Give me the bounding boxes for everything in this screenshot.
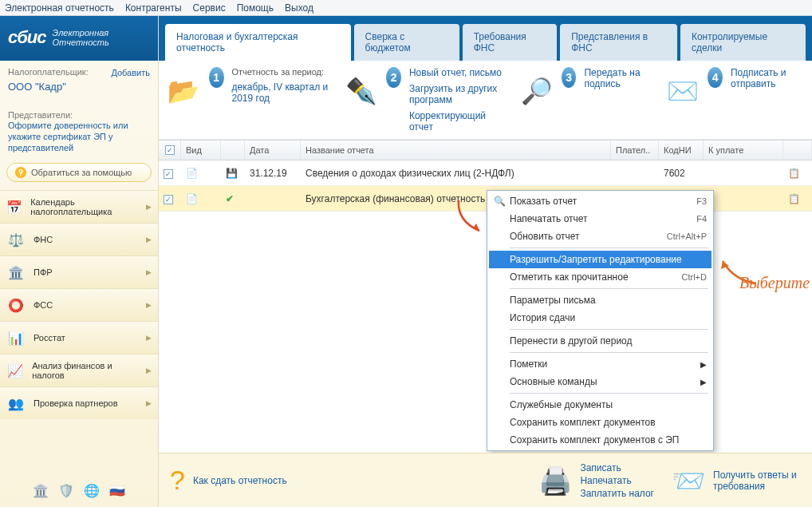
ctx-separator — [510, 329, 708, 330]
callout-arrow-icon — [718, 256, 758, 288]
col-name[interactable]: Название отчета — [301, 141, 611, 160]
bottom-save[interactable]: Записать — [580, 462, 654, 473]
taxpayer-section: Налогоплательщик: Добавить ООО "Кадр" — [0, 61, 158, 99]
sidebar-item-label: Проверка партнеров — [34, 398, 118, 408]
ctx-item-1[interactable]: Напечатать отчетF4 — [489, 210, 711, 228]
ctx-label: Напечатать отчет — [510, 213, 588, 224]
header-checkbox[interactable]: ✓ — [165, 145, 175, 155]
status-check-icon: ✔ — [221, 193, 245, 204]
col-type[interactable]: Вид — [181, 141, 221, 160]
nav-icon: ⭕ — [6, 295, 26, 315]
col-ni[interactable]: КодНИ — [659, 141, 704, 160]
bottom-paytax[interactable]: Заплатить налог — [580, 488, 654, 499]
status-disk-icon: 💾 — [221, 168, 245, 179]
sidebar-item-2[interactable]: 🏛️ПФР▶ — [0, 255, 158, 288]
ctx-item-16[interactable]: Сохранить комплект документов — [489, 414, 711, 431]
sidebar-item-3[interactable]: ⭕ФСС▶ — [0, 288, 158, 321]
col-date[interactable]: Дата — [245, 141, 301, 160]
row-checkbox[interactable]: ✓ — [164, 195, 173, 204]
ctx-icon: 🔍 — [494, 196, 505, 207]
content-area: Налоговая и бухгалтерская отчетность Све… — [159, 16, 812, 507]
menu-help[interactable]: Помощь — [237, 2, 274, 14]
step1-icon: 📂 — [167, 67, 201, 115]
ctx-item-8[interactable]: История сдачи — [489, 309, 711, 327]
tab-fns-submissions[interactable]: Представления в ФНС — [560, 24, 677, 61]
tab-controlled-deals[interactable]: Контролируемые сделки — [680, 24, 806, 61]
row-action-icon[interactable]: 📋 — [783, 193, 812, 204]
envelope-icon: 📨 — [672, 465, 705, 497]
ctx-shortcut: Ctrl+Alt+P — [667, 232, 707, 241]
bottom-print[interactable]: Напечатать — [580, 475, 654, 486]
question-icon: ? — [170, 465, 185, 496]
menu-counterparties[interactable]: Контрагенты — [125, 2, 182, 14]
add-taxpayer-link[interactable]: Добавить — [111, 67, 150, 78]
sidebar-item-label: Анализ финансов и налогов — [32, 361, 138, 380]
sidebar-item-label: ФСС — [34, 300, 53, 310]
ctx-label: Пометки — [510, 358, 547, 370]
howto-label: Как сдать отчетность — [193, 475, 287, 486]
step3-to-sign[interactable]: Передать на подпись — [584, 67, 651, 89]
col-pay[interactable]: К уплате — [704, 141, 783, 160]
step4-sign-send[interactable]: Подписать и отправить — [731, 67, 804, 89]
ctx-separator — [510, 352, 708, 353]
help-button[interactable]: ? Обратиться за помощью — [6, 163, 152, 182]
step2-new-report[interactable]: Новый отчет, письмо — [409, 67, 505, 78]
footer-icon-1: 🏛️ — [32, 481, 49, 499]
ctx-item-12[interactable]: Пометки▶ — [489, 355, 711, 373]
ctx-label: Служебные документы — [510, 399, 613, 410]
sidebar-item-1[interactable]: ⚖️ФНС▶ — [0, 223, 158, 255]
ctx-item-5[interactable]: Отметить как прочитанноеCtrl+D — [489, 268, 711, 286]
printer-icon: 🖨️ — [538, 465, 572, 497]
howto-link[interactable]: ? Как сдать отчетность — [170, 465, 287, 496]
context-menu: 🔍Показать отчетF3Напечатать отчетF4Обнов… — [487, 190, 714, 451]
step2-correct[interactable]: Корректирующий отчет — [409, 110, 505, 133]
step1-period-link[interactable]: декабрь, IV квартал и 2019 год — [232, 81, 330, 104]
org-link[interactable]: ООО "Кадр" — [8, 81, 150, 93]
nav-icon: 📈 — [6, 361, 24, 380]
ctx-item-17[interactable]: Сохранить комплект документов с ЭП — [489, 431, 711, 449]
sidebar-item-6[interactable]: 👥Проверка партнеров▶ — [0, 386, 158, 419]
table-header: ✓ Вид Дата Название отчета Плател.. КодН… — [159, 140, 812, 160]
doc-type-icon: 📄 — [181, 168, 221, 179]
col-payer[interactable]: Плател.. — [611, 141, 659, 160]
step2-load[interactable]: Загрузить из других программ — [409, 83, 505, 105]
chevron-right-icon: ▶ — [146, 203, 152, 211]
chevron-right-icon: ▶ — [700, 360, 707, 369]
nav-icon: 📅 — [6, 197, 22, 216]
ctx-item-2[interactable]: Обновить отчетCtrl+Alt+P — [489, 228, 711, 245]
table-row[interactable]: ✓ 📄 ✔ Бухгалтерская (финансовая) отчетно… — [159, 186, 812, 212]
menu-ereport[interactable]: Электронная отчетность — [5, 2, 114, 14]
bottom-receive[interactable]: 📨 Получить ответы и требования — [672, 465, 801, 497]
menu-service[interactable]: Сервис — [193, 2, 226, 14]
doc-type-icon: 📄 — [181, 193, 221, 204]
tabs: Налоговая и бухгалтерская отчетность Све… — [159, 16, 812, 61]
ctx-item-10[interactable]: Перенести в другой период — [489, 332, 711, 350]
menu-exit[interactable]: Выход — [285, 2, 313, 14]
footer-icon-3: 🌐 — [83, 481, 101, 499]
sidebar-item-4[interactable]: 📊Росстат▶ — [0, 321, 158, 354]
ctx-label: Обновить отчет — [510, 231, 580, 242]
tab-fns-requests[interactable]: Требования ФНС — [463, 24, 558, 61]
help-icon: ? — [15, 167, 26, 178]
reps-link[interactable]: Оформите доверенность или укажите сертиф… — [8, 120, 150, 153]
sidebar-item-5[interactable]: 📈Анализ финансов и налогов▶ — [0, 354, 158, 386]
tab-tax-reporting[interactable]: Налоговая и бухгалтерская отчетность — [165, 24, 351, 61]
ctx-label: Показать отчет — [510, 196, 577, 207]
sidebar-item-0[interactable]: 📅Календарь налогоплательщика▶ — [0, 190, 158, 223]
nav-icon: 👥 — [6, 394, 26, 413]
ctx-item-0[interactable]: 🔍Показать отчетF3 — [489, 192, 711, 210]
ctx-label: Основные команды — [510, 376, 597, 387]
table-row[interactable]: ✓ 📄 💾 31.12.19 Сведения о доходах физиче… — [159, 160, 812, 186]
ctx-shortcut: F4 — [696, 214, 707, 224]
row-name: Сведения о доходах физических лиц (2-НДФ… — [301, 168, 611, 179]
row-action-icon[interactable]: 📋 — [783, 168, 812, 179]
row-checkbox[interactable]: ✓ — [164, 169, 173, 179]
reps-label: Представители: — [8, 110, 150, 120]
ctx-item-13[interactable]: Основные команды▶ — [489, 373, 711, 390]
ctx-item-15[interactable]: Служебные документы — [489, 396, 711, 414]
ctx-separator — [510, 393, 708, 394]
ctx-item-4[interactable]: Разрешить/Запретить редактирование — [489, 251, 711, 268]
tab-budget-reconcile[interactable]: Сверка с бюджетом — [354, 24, 459, 61]
brand-header: сбис ЭлектроннаяОтчетность — [0, 16, 158, 61]
ctx-item-7[interactable]: Параметры письма — [489, 291, 711, 309]
